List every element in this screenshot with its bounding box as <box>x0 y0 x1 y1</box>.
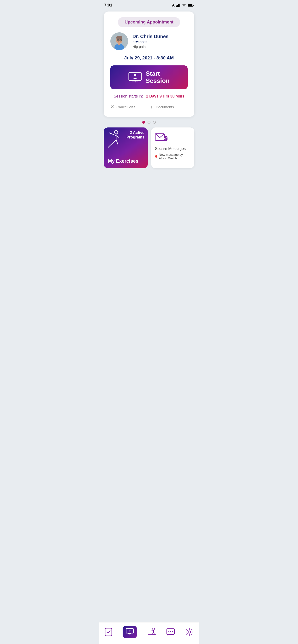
badge-wrapper: Upcoming Appointment <box>110 17 188 27</box>
status-bar: 7:01 <box>99 0 199 9</box>
signal-icon <box>176 4 181 7</box>
avatar-svg <box>110 32 128 50</box>
cancel-label: Cancel Visit <box>116 105 135 109</box>
dot-2 <box>147 121 151 124</box>
wifi-icon <box>182 4 186 7</box>
svg-rect-2 <box>178 4 179 7</box>
svg-line-26 <box>116 140 118 145</box>
svg-rect-5 <box>188 4 192 6</box>
svg-point-20 <box>114 130 118 134</box>
svg-rect-3 <box>180 4 180 7</box>
status-time: 7:01 <box>104 3 112 8</box>
messages-tile[interactable]: Secure Messages New message by Alison We… <box>151 128 194 168</box>
messages-icon-wrap <box>155 132 168 144</box>
exercises-label: My Exercises <box>108 158 143 164</box>
active-programs: 2 ActivePrograms <box>126 130 144 140</box>
main-content: Upcoming Appointment <box>99 9 199 178</box>
start-session-button[interactable]: StartSession <box>110 66 188 89</box>
documents-label: Documents <box>156 105 174 109</box>
messages-title: Secure Messages <box>155 146 186 151</box>
svg-rect-1 <box>177 5 178 7</box>
svg-point-19 <box>134 74 136 76</box>
doctor-row: Dr. Chris Dunes JRS0083 Hip pain <box>110 32 188 50</box>
exercises-tile[interactable]: 2 ActivePrograms My Exercises <box>104 128 148 168</box>
status-icons <box>172 4 194 7</box>
new-message-text: New message by Alison Welch <box>159 153 191 160</box>
doctor-id: JRS0083 <box>132 40 188 44</box>
add-icon: ＋ <box>149 104 154 110</box>
location-icon <box>172 4 175 7</box>
battery-icon <box>188 4 194 7</box>
exercise-figure-icon <box>107 130 120 150</box>
secure-messages-icon <box>155 132 168 143</box>
exercises-tile-top: 2 ActivePrograms <box>104 130 148 150</box>
start-session-label: StartSession <box>146 70 170 84</box>
svg-line-23 <box>116 136 119 138</box>
doctor-condition: Hip pain <box>132 44 188 49</box>
new-message-dot <box>155 155 158 158</box>
tiles-row: 2 ActivePrograms My Exercises Secure M <box>104 128 194 168</box>
svg-point-10 <box>116 36 122 40</box>
doctor-avatar <box>110 32 128 50</box>
documents-button[interactable]: ＋ Documents <box>149 103 188 111</box>
exercise-meta: 2 ActivePrograms <box>126 130 144 140</box>
dot-1 <box>142 121 145 124</box>
svg-rect-0 <box>176 6 177 7</box>
svg-line-25 <box>108 145 110 148</box>
messages-new-row: New message by Alison Welch <box>155 153 191 160</box>
countdown-row: Session starts in: 2 Days 9 Hrs 30 Mins <box>110 94 188 98</box>
doctor-details: Dr. Chris Dunes JRS0083 Hip pain <box>132 34 188 49</box>
cancel-icon: ✕ <box>110 104 114 110</box>
svg-line-24 <box>110 140 116 145</box>
doctor-name: Dr. Chris Dunes <box>132 34 188 39</box>
session-icon <box>128 72 142 83</box>
upcoming-badge: Upcoming Appointment <box>118 17 180 27</box>
cancel-visit-button[interactable]: ✕ Cancel Visit <box>110 103 149 111</box>
appointment-card: Upcoming Appointment <box>104 12 194 117</box>
action-row: ✕ Cancel Visit ＋ Documents <box>110 103 188 111</box>
countdown-label: Session starts in: <box>114 94 143 98</box>
countdown-value: 2 Days 9 Hrs 30 Mins <box>146 94 184 98</box>
appointment-date: July 29, 2021 - 8:30 AM <box>110 55 188 60</box>
dot-3 <box>153 121 156 124</box>
page-dots <box>104 121 194 124</box>
